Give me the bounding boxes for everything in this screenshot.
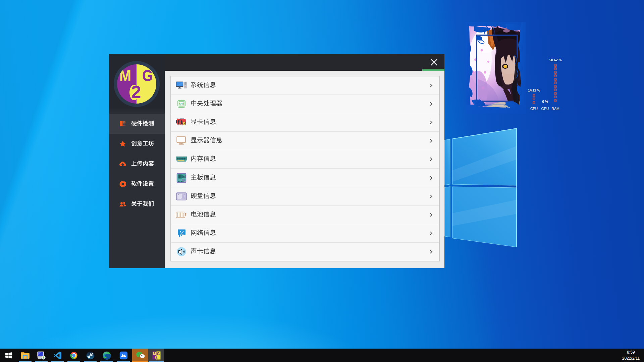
svg-text:CPU: CPU <box>179 103 184 105</box>
svg-text:2: 2 <box>155 355 157 359</box>
